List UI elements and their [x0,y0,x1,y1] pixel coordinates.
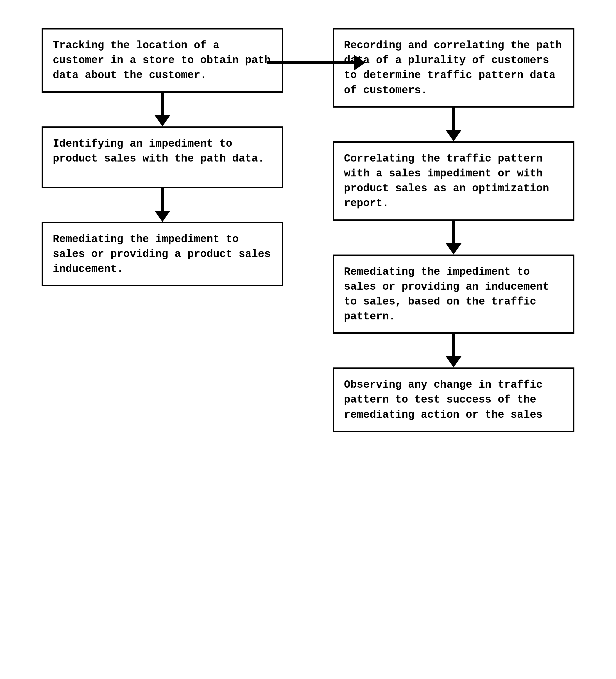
horizontal-arrow [267,55,365,70]
left-arrow-2 [155,188,170,222]
left-box-1: Tracking the location of a customer in a… [41,28,283,93]
right-box-1: Recording and correlating the path data … [333,28,575,107]
right-box-3: Remediating the impediment to sales or p… [333,255,575,334]
arrow-line [267,61,354,64]
right-arrow-1 [446,107,461,141]
right-box-4: Observing any change in traffic pattern … [333,367,575,432]
left-arrow-1 [155,93,170,126]
left-box-3: Remediating the impediment to sales or p… [41,222,283,287]
left-column: Tracking the location of a customer in a… [17,20,308,432]
right-arrow-2 [446,221,461,255]
flowchart-container: Tracking the location of a customer in a… [11,11,605,441]
arrow-head [354,55,365,70]
right-box-2: Correlating the traffic pattern with a s… [333,141,575,221]
right-arrow-3 [446,334,461,367]
left-box-2: Identifying an impediment to product sal… [41,126,283,188]
right-column: Recording and correlating the path data … [308,20,599,432]
